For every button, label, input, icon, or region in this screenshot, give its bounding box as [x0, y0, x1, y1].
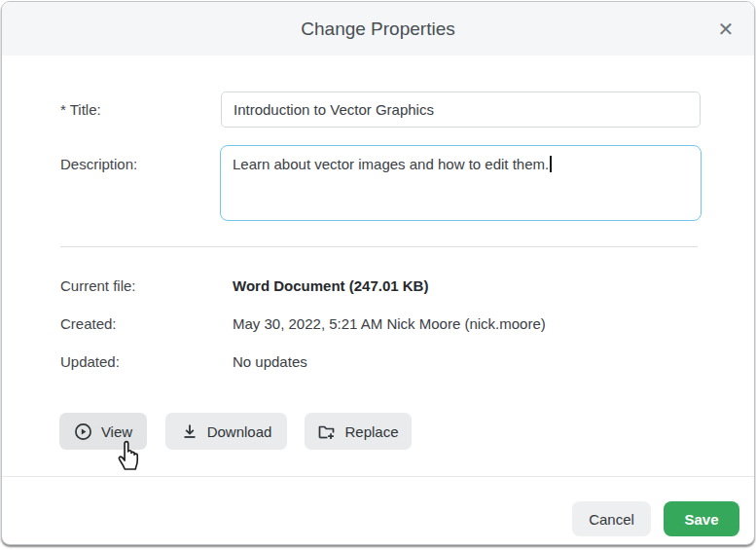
created-label: Created: [60, 315, 117, 332]
replace-button-label: Replace [344, 423, 398, 440]
view-button-label: View [101, 423, 132, 440]
view-button[interactable]: View [59, 413, 147, 450]
dialog-header: Change Properties ✕ [2, 2, 754, 55]
change-properties-dialog: Change Properties ✕ * Title: Description… [1, 1, 755, 545]
updated-label: Updated: [60, 353, 120, 370]
description-label: Description: [60, 156, 137, 172]
title-input[interactable] [221, 92, 701, 128]
cancel-button[interactable]: Cancel [572, 501, 651, 536]
save-button[interactable]: Save [664, 501, 739, 536]
text-cursor [550, 156, 552, 172]
footer-divider [2, 476, 754, 477]
download-button[interactable]: Download [165, 413, 287, 450]
play-circle-icon [74, 422, 92, 441]
dialog-title: Change Properties [2, 2, 754, 55]
section-divider [60, 246, 698, 247]
created-value: May 30, 2022, 5:21 AM Nick Moore (nick.m… [233, 315, 546, 332]
folder-plus-icon [317, 422, 336, 441]
close-icon[interactable]: ✕ [711, 15, 740, 44]
current-file-label: Current file: [60, 277, 136, 294]
replace-button[interactable]: Replace [305, 413, 412, 450]
title-label: * Title: [60, 101, 101, 118]
download-button-label: Download [207, 423, 272, 440]
description-textarea[interactable]: Learn about vector images and how to edi… [220, 145, 702, 221]
description-text: Learn about vector images and how to edi… [233, 156, 549, 172]
download-icon [181, 422, 198, 440]
current-file-value: Word Document (247.01 KB) [233, 277, 428, 294]
updated-value: No updates [233, 353, 307, 370]
